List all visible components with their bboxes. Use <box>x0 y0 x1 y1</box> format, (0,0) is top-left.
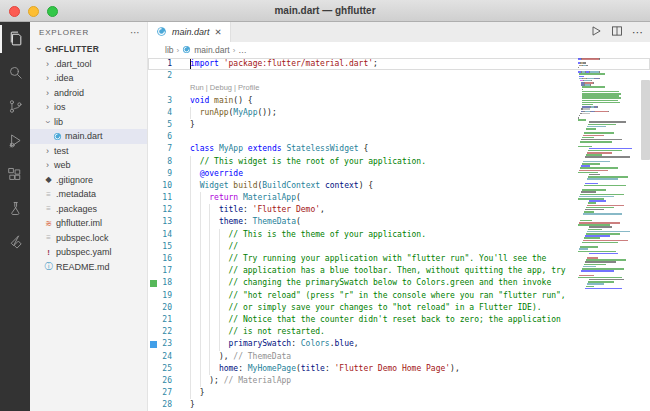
code-line-19[interactable]: 19// "hot reload" (press "r" in the cons… <box>148 290 650 302</box>
indent-guide <box>190 314 200 326</box>
activity-bar-item-source-control[interactable] <box>0 90 30 124</box>
line-number: 3 <box>148 95 172 107</box>
code-line-24[interactable]: 24), // ThemeData <box>148 351 650 363</box>
indent-guide <box>209 314 219 326</box>
indent-guide <box>200 229 210 241</box>
tree-item-lib[interactable]: ›lib <box>30 115 147 130</box>
tree-item-android[interactable]: ›android <box>30 86 147 101</box>
tree-item--packages[interactable]: ≡.packages <box>30 202 147 217</box>
indent-guide <box>209 302 219 314</box>
indent-guide <box>200 351 210 363</box>
codelens-run-debug-profile[interactable]: Run | Debug | Profile <box>148 82 650 94</box>
minimap[interactable] <box>578 58 640 411</box>
indent-guide <box>190 387 200 399</box>
code-line-4[interactable]: 4runApp(MyApp()); <box>148 107 650 119</box>
tree-item--metadata[interactable]: ≡.metadata <box>30 187 147 202</box>
code-line-25[interactable]: 25home: MyHomePage(title: 'Flutter Demo … <box>148 363 650 375</box>
tree-item-label: .metadata <box>56 189 96 199</box>
explorer-header: EXPLORER ⋯ <box>30 22 147 42</box>
indent-guide <box>200 290 210 302</box>
minimize-window-button[interactable] <box>28 6 39 17</box>
codelens-label[interactable]: Run | Debug | Profile <box>190 83 259 92</box>
indent-guide <box>190 204 200 216</box>
run-button[interactable] <box>590 25 602 39</box>
code-text: import 'package:flutter/material.dart'; <box>190 58 378 70</box>
code-text: home: MyHomePage(title: 'Flutter Demo Ho… <box>190 363 460 375</box>
code-line-16[interactable]: 16// Try running your application with "… <box>148 253 650 265</box>
activity-bar-item-search[interactable] <box>0 56 30 90</box>
code-line-28[interactable]: 28} <box>148 399 650 411</box>
indent-guide <box>190 216 200 228</box>
code-line-7[interactable]: 7class MyApp extends StatelessWidget { <box>148 143 650 155</box>
code-line-8[interactable]: 8// This widget is the root of your appl… <box>148 156 650 168</box>
indent-guide <box>209 253 219 265</box>
tree-item-ios[interactable]: ›ios <box>30 100 147 115</box>
tree-item-main-dart[interactable]: main.dart <box>30 129 147 144</box>
breadcrumb-separator: › <box>233 46 236 55</box>
code-text: // This is the theme of your application… <box>190 229 426 241</box>
chevron-right-icon: › <box>43 102 52 112</box>
activity-bar-item-run-debug[interactable] <box>0 124 30 158</box>
tree-item-web[interactable]: ›web <box>30 158 147 173</box>
tab-bar: main.dart ✕ ⋯ <box>148 22 650 42</box>
chevron-right-icon: › <box>43 59 52 69</box>
tree-item-ghflutter-iml[interactable]: ≋ghflutter.iml <box>30 216 147 231</box>
line-number: 16 <box>148 253 172 265</box>
activity-bar-item-testing[interactable] <box>0 192 30 226</box>
gutter-color-decoration[interactable] <box>150 341 157 348</box>
tab-main-dart[interactable]: main.dart ✕ <box>148 22 231 42</box>
code-line-15[interactable]: 15// <box>148 241 650 253</box>
more-actions-button[interactable]: ⋯ <box>632 26 644 39</box>
breadcrumb-segment[interactable]: lib <box>165 45 174 55</box>
code-line-14[interactable]: 14// This is the theme of your applicati… <box>148 229 650 241</box>
zoom-window-button[interactable] <box>47 6 58 17</box>
code-line-20[interactable]: 20// or simply save your changes to "hot… <box>148 302 650 314</box>
tab-close-icon[interactable]: ✕ <box>215 27 222 37</box>
code-line-9[interactable]: 9@override <box>148 168 650 180</box>
breadcrumb-segment[interactable]: … <box>238 45 247 55</box>
indent-guide <box>190 351 200 363</box>
code-line-17[interactable]: 17// application has a blue toolbar. The… <box>148 265 650 277</box>
indent-guide <box>190 265 200 277</box>
code-line-6[interactable]: 6 <box>148 131 650 143</box>
indent-guide <box>219 338 229 350</box>
code-line-10[interactable]: 10Widget build(BuildContext context) { <box>148 180 650 192</box>
tree-item--gitignore[interactable]: ◆.gitignore <box>30 173 147 188</box>
tree-item--idea[interactable]: ›.idea <box>30 71 147 86</box>
activity-bar-item-extensions[interactable] <box>0 158 30 192</box>
code-text: } <box>190 399 195 411</box>
code-line-3[interactable]: 3void main() { <box>148 95 650 107</box>
code-line-18[interactable]: 18// changing the primarySwatch below to… <box>148 277 650 289</box>
code-line-26[interactable]: 26); // MaterialApp <box>148 375 650 387</box>
code-line-23[interactable]: 23primarySwatch: Colors.blue, <box>148 338 650 350</box>
gutter-color-decoration[interactable] <box>150 280 157 287</box>
scrollbar[interactable] <box>640 58 650 411</box>
code-line-13[interactable]: 13theme: ThemeData( <box>148 216 650 228</box>
code-line-1[interactable]: 1import 'package:flutter/material.dart'; <box>148 58 650 70</box>
activity-bar-item-flutter[interactable] <box>0 226 30 260</box>
tree-item-test[interactable]: ›test <box>30 144 147 159</box>
close-window-button[interactable] <box>9 6 20 17</box>
indent-guide <box>190 277 200 289</box>
explorer-more-actions-icon[interactable]: ⋯ <box>130 27 140 38</box>
tree-item--dart-tool[interactable]: ›.dart_tool <box>30 57 147 72</box>
tree-root-ghflutter[interactable]: ›GHFLUTTER <box>30 42 147 57</box>
split-editor-button[interactable] <box>611 25 623 39</box>
code-line-5[interactable]: 5} <box>148 119 650 131</box>
code-line-11[interactable]: 11return MaterialApp( <box>148 192 650 204</box>
tree-item-pubspec-yaml[interactable]: !pubspec.yaml <box>30 245 147 260</box>
code-line-21[interactable]: 21// Notice that the counter didn't rese… <box>148 314 650 326</box>
tree-item-readme-md[interactable]: ⓘREADME.md <box>30 260 147 275</box>
indent-guide <box>209 204 219 216</box>
code-line-27[interactable]: 27} <box>148 387 650 399</box>
code-line-22[interactable]: 22// is not restarted. <box>148 326 650 338</box>
tree-item-pubspec-lock[interactable]: ≡pubspec.lock <box>30 231 147 246</box>
code-line-2[interactable]: 2 <box>148 70 650 82</box>
breadcrumb-segment[interactable]: main.dart <box>194 45 229 55</box>
activity-bar-item-explorer[interactable] <box>0 22 30 56</box>
code-line-12[interactable]: 12title: 'Flutter Demo', <box>148 204 650 216</box>
indent-guide <box>209 265 219 277</box>
editor-actions: ⋯ <box>590 22 644 42</box>
scrollbar-slider[interactable] <box>641 80 650 160</box>
code-text: // Notice that the counter didn't reset … <box>190 314 561 326</box>
